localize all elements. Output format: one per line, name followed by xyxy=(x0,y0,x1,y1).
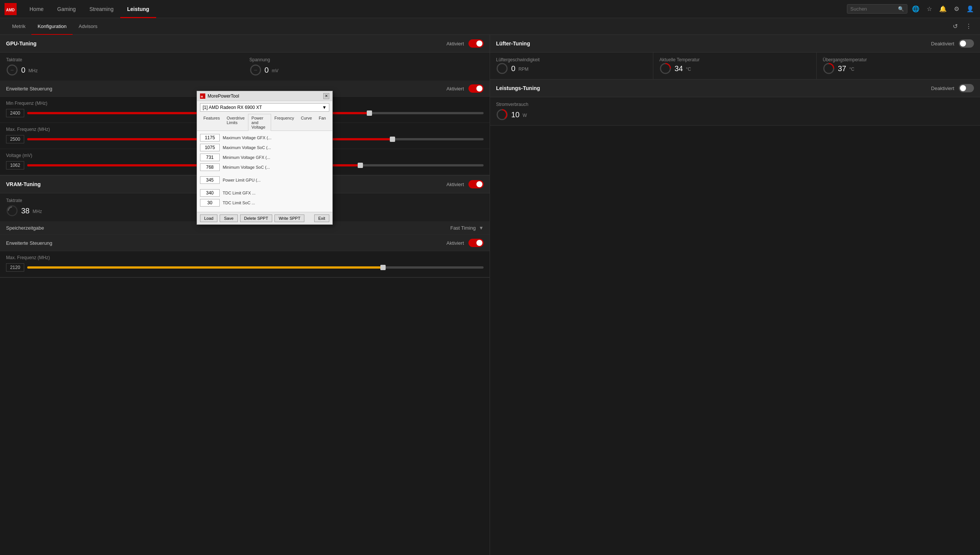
more-icon[interactable]: ⋮ xyxy=(963,21,974,32)
mpt-title-text: MorePowerTool xyxy=(208,93,239,99)
fan-uebergang-unit: °C xyxy=(849,67,854,72)
vram-tuning-title: VRAM-Tuning xyxy=(6,181,41,187)
vram-taktrate-value-row: 38 MHz xyxy=(6,205,42,217)
gpu-taktrate-unit: MHz xyxy=(28,68,38,74)
nav-item-leistung[interactable]: Leistung xyxy=(120,0,156,18)
mpt-footer: Load Save Delete SPPT Write SPPT Exit xyxy=(197,212,333,225)
mpt-exit-button[interactable]: Exit xyxy=(314,215,329,222)
mpt-input-1[interactable] xyxy=(200,144,220,151)
mpt-save-button[interactable]: Save xyxy=(220,215,237,222)
mpt-label-5: TDC Limit GFX ... xyxy=(223,191,329,195)
mpt-device-value: [1] AMD Radeon RX 6900 XT xyxy=(203,105,262,110)
nav-items: Home Gaming Streaming Leistung xyxy=(23,0,847,18)
vram-erweiterte-toggle-area: Aktiviert xyxy=(446,239,484,247)
search-box[interactable]: 🔍 xyxy=(847,4,907,14)
fan-temperatur-label: Aktuelle Temperatur xyxy=(659,57,810,63)
gpu-taktrate-label: Taktrate xyxy=(6,57,240,63)
mpt-tab-fan[interactable]: Fan xyxy=(315,114,329,131)
refresh-icon[interactable]: ↺ xyxy=(950,21,960,32)
gpu-spannung-value-row: — 0 mV xyxy=(249,64,484,76)
gpu-min-freq-value[interactable]: 2400 xyxy=(6,109,24,117)
mpt-label-0: Maximum Voltage GFX (... xyxy=(223,135,329,140)
vram-erweiterte-row: Erweiterte Steuerung Aktiviert xyxy=(0,235,490,251)
luefter-toggle[interactable] xyxy=(959,39,974,48)
vram-max-freq-fill xyxy=(27,266,383,269)
search-input[interactable] xyxy=(851,6,896,12)
speicher-dropdown-icon[interactable]: ▼ xyxy=(479,225,484,231)
mpt-load-button[interactable]: Load xyxy=(200,215,217,222)
vram-erweiterte-toggle-label: Aktiviert xyxy=(446,240,464,246)
fan-temperatur-item: Aktuelle Temperatur 34 °C xyxy=(653,53,817,79)
mpt-titlebar: M MorePowerTool ✕ xyxy=(197,91,333,101)
fan-metrics-row: Lüftergeschwindigkeit 0 RPM Aktuelle Tem… xyxy=(490,53,980,79)
tab-konfiguration[interactable]: Konfiguration xyxy=(31,18,73,35)
mpt-input-6[interactable] xyxy=(200,199,220,207)
leistungs-toggle-area: Deaktiviert xyxy=(931,84,974,92)
vram-max-freq-row: Max. Frequenz (MHz) 2120 xyxy=(0,251,490,278)
leistungs-stromverbrauch-item: Stromverbrauch 10 W xyxy=(496,102,528,121)
gpu-min-freq-thumb[interactable] xyxy=(367,111,372,116)
mpt-input-4[interactable] xyxy=(200,176,220,184)
mpt-content: Maximum Voltage GFX (... Maximum Voltage… xyxy=(197,131,333,212)
nav-item-gaming[interactable]: Gaming xyxy=(50,0,82,18)
mpt-row-5: TDC Limit GFX ... xyxy=(200,189,329,197)
mpt-input-0[interactable] xyxy=(200,134,220,141)
mpt-tab-curve[interactable]: Curve xyxy=(297,114,315,131)
mpt-label-1: Maximum Voltage SoC (... xyxy=(223,145,329,150)
vram-tuning-toggle[interactable] xyxy=(468,180,484,188)
mpt-delete-sppt-button[interactable]: Delete SPPT xyxy=(240,215,273,222)
gpu-voltage-thumb[interactable] xyxy=(358,163,363,168)
gpu-max-freq-thumb[interactable] xyxy=(390,136,395,142)
vram-max-freq-track[interactable] xyxy=(27,266,484,269)
vram-taktrate-unit: MHz xyxy=(32,209,42,214)
vram-max-freq-slider-container: 2120 xyxy=(6,263,484,272)
fan-temperatur-value: 34 xyxy=(675,64,683,73)
gear-icon[interactable]: ⚙ xyxy=(951,4,962,14)
mpt-input-3[interactable] xyxy=(200,164,220,171)
nav-item-streaming[interactable]: Streaming xyxy=(82,0,120,18)
luefter-toggle-label: Deaktiviert xyxy=(931,41,954,47)
mpt-close-button[interactable]: ✕ xyxy=(323,93,329,99)
mpt-tab-power-voltage[interactable]: Power and Voltage xyxy=(248,114,271,131)
fan-uebergang-item: Übergangstemperatur 37 °C xyxy=(817,53,980,79)
bell-icon[interactable]: 🔔 xyxy=(938,4,948,14)
vram-erweiterte-toggle[interactable] xyxy=(468,239,484,247)
mpt-input-2[interactable] xyxy=(200,154,220,161)
mpt-row-3: Minimum Voltage SoC (... xyxy=(200,164,329,171)
gpu-spannung-value: 0 xyxy=(265,66,269,75)
gpu-tuning-toggle-area: Aktiviert xyxy=(446,39,484,48)
nav-item-home[interactable]: Home xyxy=(23,0,50,18)
tab-advisors[interactable]: Advisors xyxy=(73,18,104,35)
gpu-erweiterte-toggle[interactable] xyxy=(468,84,484,93)
mpt-row-4: Power Limit GPU (... xyxy=(200,176,329,184)
vram-taktrate-label: Taktrate xyxy=(6,198,42,203)
mpt-tab-features[interactable]: Features xyxy=(200,114,223,131)
gpu-taktrate-item: Taktrate — 0 MHz xyxy=(6,57,240,76)
gpu-spannung-label: Spannung xyxy=(249,57,484,63)
gpu-max-freq-value[interactable]: 2500 xyxy=(6,135,24,143)
user-icon[interactable]: 👤 xyxy=(965,4,975,14)
svg-text:AMD: AMD xyxy=(6,8,15,12)
vram-max-freq-thumb[interactable] xyxy=(380,265,386,270)
sub-nav-items: Metrik Konfiguration Advisors xyxy=(6,18,104,35)
vram-taktrate-item: Taktrate 38 MHz xyxy=(6,198,42,217)
leistungs-toggle[interactable] xyxy=(959,84,974,92)
nav-right: 🔍 🌐 ☆ 🔔 ⚙ 👤 xyxy=(847,4,975,14)
gpu-tuning-toggle[interactable] xyxy=(468,39,484,48)
mpt-input-5[interactable] xyxy=(200,189,220,197)
mpt-tab-overdrive[interactable]: Overdrive Limits xyxy=(223,114,248,131)
gpu-voltage-value[interactable]: 1062 xyxy=(6,161,24,170)
top-nav: AMD Home Gaming Streaming Leistung 🔍 🌐 ☆… xyxy=(0,0,980,18)
mpt-write-sppt-button[interactable]: Write SPPT xyxy=(275,215,304,222)
main-content: GPU-Tuning Aktiviert Taktrate — 0 xyxy=(0,35,980,555)
leistungs-gauge xyxy=(496,109,508,121)
mpt-device-dropdown[interactable]: [1] AMD Radeon RX 6900 XT ▼ xyxy=(200,103,329,112)
tab-metrik[interactable]: Metrik xyxy=(6,18,31,35)
vram-max-freq-value[interactable]: 2120 xyxy=(6,263,24,272)
star-icon[interactable]: ☆ xyxy=(924,4,935,14)
mpt-tab-frequency[interactable]: Frequency xyxy=(271,114,297,131)
mpt-row-2: Minimum Voltage GFX (... xyxy=(200,154,329,161)
mpt-row-0: Maximum Voltage GFX (... xyxy=(200,134,329,141)
globe-icon[interactable]: 🌐 xyxy=(910,4,921,14)
fan-uebergang-value-row: 37 °C xyxy=(823,63,974,75)
